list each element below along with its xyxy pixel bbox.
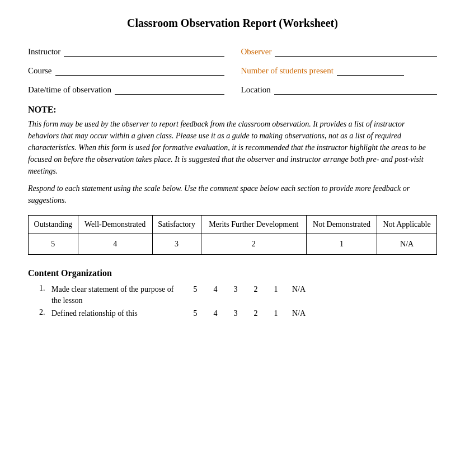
note-section: NOTE: This form may be used by the obser…: [28, 105, 437, 206]
scale-val-4: 4: [78, 234, 152, 255]
item-2-score-2: 2: [252, 309, 260, 318]
respond-text: Respond to each statement using the scal…: [28, 183, 437, 206]
form-row-2: Course Number of students present: [28, 66, 437, 76]
items-list: 1. Made clear statement of the purpose o…: [39, 284, 437, 319]
datetime-label: Date/time of observation: [28, 85, 111, 95]
course-field: Course: [28, 66, 224, 76]
observer-label: Observer: [241, 47, 272, 57]
instructor-label: Instructor: [28, 47, 60, 57]
scale-val-3: 3: [152, 234, 201, 255]
scale-header-not-demonstrated: Not Demonstrated: [306, 216, 377, 234]
table-row: 1. Made clear statement of the purpose o…: [39, 284, 437, 306]
item-2-score-1: 1: [272, 309, 280, 318]
observer-underline[interactable]: [275, 46, 437, 57]
scale-value-row: 5 4 3 2 1 N/A: [29, 234, 437, 255]
number-students-underline[interactable]: [337, 66, 404, 76]
note-title: NOTE:: [28, 105, 437, 115]
location-field: Location: [241, 85, 438, 95]
item-2-score-5: 5: [191, 309, 199, 318]
scale-val-2: 2: [201, 234, 306, 255]
form-section: Instructor Observer Course Number of stu…: [28, 46, 437, 95]
table-row: 2. Defined relationship of this 5 4 3 2 …: [39, 308, 437, 319]
location-underline[interactable]: [274, 85, 437, 95]
instructor-field: Instructor: [28, 46, 224, 57]
note-body: This form may be used by the observer to…: [28, 118, 437, 177]
scale-val-5: 5: [29, 234, 78, 255]
observer-field: Observer: [241, 46, 438, 57]
content-organization-title: Content Organization: [28, 268, 437, 278]
scale-val-1: 1: [306, 234, 377, 255]
item-1-score-2: 2: [252, 285, 260, 294]
item-2-number: 2.: [39, 308, 51, 317]
course-label: Course: [28, 66, 52, 76]
scale-table: Outstanding Well-Demonstrated Satisfacto…: [28, 215, 437, 255]
course-underline[interactable]: [55, 66, 224, 76]
item-2-score-3: 3: [232, 309, 239, 318]
instructor-underline[interactable]: [64, 46, 224, 57]
scale-header-satisfactory: Satisfactory: [152, 216, 201, 234]
form-row-3: Date/time of observation Location: [28, 85, 437, 95]
scale-header-not-applicable: Not Applicable: [377, 216, 437, 234]
item-1-number: 1.: [39, 284, 51, 293]
scale-header-row: Outstanding Well-Demonstrated Satisfacto…: [29, 216, 437, 234]
scale-header-outstanding: Outstanding: [29, 216, 78, 234]
item-2-scores: 5 4 3 2 1 N/A: [191, 309, 306, 318]
number-students-label: Number of students present: [241, 66, 334, 76]
item-1-score-na: N/A: [292, 285, 306, 294]
number-students-field: Number of students present: [241, 66, 438, 76]
scale-header-well-demonstrated: Well-Demonstrated: [78, 216, 152, 234]
item-2-score-4: 4: [212, 309, 219, 318]
item-2-text: Defined relationship of this: [51, 308, 175, 319]
datetime-field: Date/time of observation: [28, 85, 224, 95]
item-1-scores: 5 4 3 2 1 N/A: [191, 285, 306, 294]
datetime-underline[interactable]: [115, 85, 224, 95]
form-row-1: Instructor Observer: [28, 46, 437, 57]
item-1-score-1: 1: [272, 285, 280, 294]
page-title: Classroom Observation Report (Worksheet): [28, 17, 437, 30]
item-1-score-4: 4: [212, 285, 219, 294]
scale-header-merits: Merits Further Development: [201, 216, 306, 234]
item-2-score-na: N/A: [292, 309, 306, 318]
location-label: Location: [241, 85, 271, 95]
item-1-score-5: 5: [191, 285, 199, 294]
item-1-text: Made clear statement of the purpose of t…: [51, 284, 175, 306]
item-1-score-3: 3: [232, 285, 239, 294]
scale-val-na: N/A: [377, 234, 437, 255]
